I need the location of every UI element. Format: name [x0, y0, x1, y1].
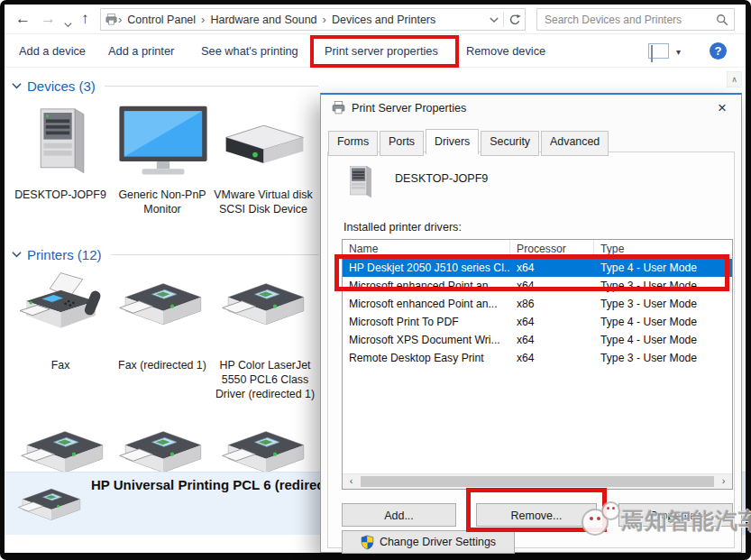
uac-shield-icon	[361, 535, 374, 550]
driver-row[interactable]: Microsoft enhanced Point an... x86 Type …	[343, 295, 732, 313]
search-input[interactable]	[543, 13, 716, 27]
horizontal-scrollbar[interactable]: ‹ ›	[343, 473, 732, 489]
device-label[interactable]: Generic Non-PnP Monitor	[112, 188, 213, 216]
address-dropdown-icon[interactable]	[490, 16, 499, 23]
back-icon[interactable]: ←	[15, 10, 31, 28]
computer-tower-icon[interactable]	[29, 98, 96, 185]
printer-icon	[331, 100, 346, 119]
add-button[interactable]: Add...	[342, 503, 456, 527]
driver-name: Microsoft enhanced Point an...	[343, 295, 510, 313]
devices-and-printers-icon	[105, 13, 118, 26]
watermark: 焉知智能汽车	[582, 501, 751, 539]
driver-row[interactable]: Microsoft XPS Document Wri... x64 Type 4…	[343, 331, 732, 349]
monitor-icon[interactable]	[114, 102, 212, 185]
tab-advanced[interactable]: Advanced	[541, 131, 609, 156]
printers-section-title: Printers (12)	[27, 247, 102, 262]
driver-row[interactable]: Remote Desktop Easy Print x64 Type 3 - U…	[343, 349, 732, 367]
scroll-left-icon[interactable]: ‹	[343, 474, 359, 489]
see-whats-printing-button[interactable]: See what's printing	[201, 44, 298, 58]
address-bar-divider	[503, 12, 504, 27]
section-divider	[105, 86, 318, 87]
search-icon	[716, 14, 728, 26]
navigation-bar: ← → ↑ › Control Panel › Hardware and Sou…	[5, 5, 746, 34]
printer-label[interactable]: Fax	[10, 358, 111, 372]
driver-row[interactable]: Microsoft Print To PDF x64 Type 4 - User…	[343, 313, 732, 331]
add-button-label: Add...	[384, 510, 414, 522]
annotation-box-selected-driver	[334, 254, 729, 291]
driver-name: Microsoft XPS Document Wri...	[343, 331, 510, 349]
tab-security[interactable]: Security	[481, 131, 539, 156]
breadcrumb-hardware-and-sound[interactable]: Hardware and Sound	[205, 14, 322, 26]
view-dropdown-icon[interactable]: ▾	[676, 47, 681, 57]
scroll-right-icon[interactable]: ›	[716, 474, 731, 489]
tab-ports[interactable]: Ports	[380, 131, 424, 156]
server-name: DESKTOP-JOPF9	[395, 172, 488, 185]
driver-processor: x64	[510, 313, 594, 331]
driver-type: Type 3 - User Mode	[594, 349, 732, 367]
add-a-device-button[interactable]: Add a device	[19, 44, 86, 58]
address-bar[interactable]: › Control Panel › Hardware and Sound › D…	[100, 8, 526, 31]
printer-label[interactable]: Fax (redirected 1)	[112, 358, 213, 372]
up-icon[interactable]: ↑	[81, 10, 89, 28]
driver-type: Type 4 - User Mode	[594, 331, 732, 349]
tab-drivers[interactable]: Drivers	[426, 129, 479, 154]
fax-icon[interactable]	[20, 271, 106, 343]
device-label[interactable]: DESKTOP-JOPF9	[10, 188, 111, 202]
add-a-printer-button[interactable]: Add a printer	[108, 44, 174, 58]
scrollbar-thumb[interactable]	[361, 476, 714, 487]
dialog-title: Print Server Properties	[352, 102, 466, 115]
printer-label[interactable]: HP Color LaserJet 5550 PCL6 Class Driver…	[215, 358, 316, 401]
driver-type: Type 4 - User Mode	[594, 313, 732, 331]
close-icon[interactable]: ×	[712, 99, 732, 117]
recent-pages-chevron-icon[interactable]	[64, 15, 72, 32]
collapse-chevron-icon	[12, 251, 22, 258]
printer-icon[interactable]	[221, 273, 311, 340]
view-options-icon[interactable]	[648, 43, 669, 59]
search-box[interactable]	[536, 8, 735, 31]
scrollbar-up-icon[interactable]: ∧	[727, 71, 742, 87]
refresh-icon[interactable]	[508, 14, 521, 26]
section-divider	[111, 254, 318, 255]
tab-forms[interactable]: Forms	[328, 131, 378, 156]
dialog-title-bar[interactable]: Print Server Properties ×	[321, 95, 741, 122]
remove-device-button[interactable]: Remove device	[466, 44, 545, 58]
forward-icon[interactable]: →	[41, 10, 56, 28]
printers-section-header[interactable]: Printers (12)	[12, 245, 318, 263]
change-driver-settings-label: Change Driver Settings	[380, 536, 496, 548]
wechat-logo-icon	[582, 501, 621, 539]
devices-section-header[interactable]: Devices (3)	[12, 77, 318, 95]
breadcrumb-control-panel[interactable]: Control Panel	[122, 14, 201, 26]
print-server-properties-dialog: Print Server Properties × Forms Ports Dr…	[320, 93, 742, 553]
driver-processor: x64	[510, 349, 594, 367]
thumbnail-icon	[651, 45, 653, 62]
printer-icon[interactable]	[118, 273, 208, 340]
collapse-chevron-icon	[12, 82, 22, 89]
disk-drive-icon[interactable]	[219, 120, 309, 176]
dialog-tabs: Forms Ports Drivers Security Advanced	[328, 129, 610, 154]
driver-processor: x86	[510, 295, 594, 313]
driver-name: Microsoft Print To PDF	[343, 313, 510, 331]
driver-name: Remote Desktop Easy Print	[343, 349, 510, 367]
installed-drivers-label: Installed printer drivers:	[343, 221, 462, 234]
watermark-text: 焉知智能汽车	[621, 506, 751, 536]
driver-processor: x64	[510, 331, 594, 349]
change-driver-settings-button[interactable]: Change Driver Settings	[342, 530, 515, 554]
devices-section-title: Devices (3)	[27, 78, 96, 94]
help-button[interactable]: ?	[710, 42, 727, 60]
screenshot-frame: ← → ↑ › Control Panel › Hardware and Sou…	[0, 0, 751, 560]
device-label[interactable]: VMware Virtual disk SCSI Disk Device	[213, 188, 314, 216]
driver-type: Type 3 - User Mode	[594, 295, 732, 313]
breadcrumb-devices-and-printers[interactable]: Devices and Printers	[326, 14, 441, 26]
annotation-box-print-server-properties	[310, 35, 459, 68]
server-icon	[344, 161, 377, 205]
printer-icon	[17, 482, 86, 532]
